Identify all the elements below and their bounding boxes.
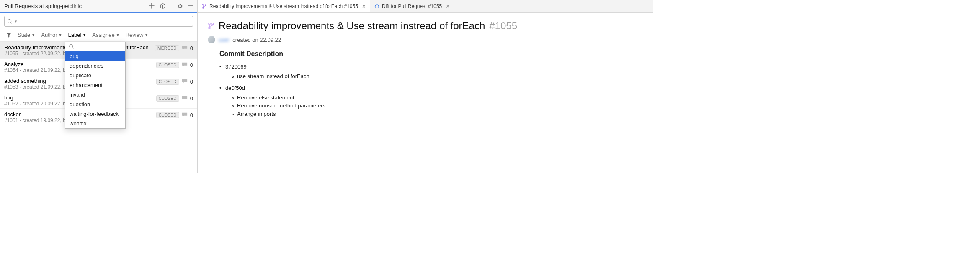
branch-icon [208,23,214,29]
search-input[interactable]: ▼ [4,16,193,27]
svg-point-3 [203,4,204,5]
comment-count: 0 [190,112,193,118]
tab-diff[interactable]: Diff for Pull Request #1055 × [370,0,454,12]
commit-sha: 3720069 [225,64,643,70]
author-row: user created on 22.09.22 [208,36,643,43]
comment-count: 0 [190,62,193,68]
commit-item: Arrange imports [237,110,643,118]
filter-author[interactable]: Author▼ [41,32,62,38]
search-row: ▼ [0,13,197,29]
search-icon [7,19,13,24]
label-option[interactable]: dependencies [65,61,125,71]
minimize-icon[interactable] [187,3,194,9]
pr-state-badge: CLOSED [156,62,179,68]
svg-point-1 [8,19,11,23]
comment-icon [182,95,188,101]
header-actions [148,2,194,10]
pr-state-badge: CLOSED [156,112,179,118]
filter-state[interactable]: State▼ [18,32,35,38]
created-on: created on 22.09.22 [232,37,281,43]
label-option[interactable]: bug [65,51,125,61]
commit-desc-header: Commit Description [219,50,643,58]
diff-icon [374,4,379,9]
separator [171,2,171,10]
svg-point-7 [209,27,210,29]
comment-count: 0 [190,95,193,102]
detail-body: Readability improvements & Use stream in… [198,13,653,125]
svg-point-8 [212,23,214,25]
label-option[interactable]: wontfix [65,119,125,128]
detail-pr-number: #1055 [489,20,517,32]
commit-item: Remove unused method parameters [237,102,643,110]
comment-icon [182,45,188,51]
label-option[interactable]: enhancement [65,80,125,90]
tab-pr-detail[interactable]: Readability improvements & Use stream in… [198,0,370,12]
filter-assignee[interactable]: Assignee▼ [92,32,119,38]
comment-count: 0 [190,45,193,51]
filter-bar: State▼ Author▼ Label▼ Assignee▼ Review▼ [0,29,197,42]
detail-title-row: Readability improvements & Use stream in… [208,20,643,32]
label-option[interactable]: invalid [65,90,125,99]
gear-icon[interactable] [176,3,183,9]
pr-list: Readability improvements & Use stream in… [0,42,197,173]
detail-panel: Readability improvements & Use stream in… [198,0,653,173]
comment-count: 0 [190,79,193,85]
filter-label[interactable]: Label▼ [68,32,87,38]
label-dropdown: bug dependencies duplicate enhancement i… [65,42,126,129]
pr-state-badge: CLOSED [156,95,179,102]
pull-requests-panel: Pull Requests at spring-petclinic ▼ [0,0,198,173]
filter-icon[interactable] [6,32,12,38]
comment-icon [182,112,188,118]
plus-icon[interactable] [148,3,155,9]
tab-label: Diff for Pull Request #1055 [382,3,442,9]
comment-icon [182,79,188,84]
svg-point-6 [209,23,210,25]
commit-sha: de0f50d [225,85,643,91]
avatar [208,36,215,43]
commit-item: use stream instead of forEach [237,72,643,81]
label-search-input[interactable] [65,42,125,51]
close-icon[interactable]: × [361,3,366,10]
tab-label: Readability improvements & Use stream in… [209,3,358,9]
detail-title: Readability improvements & Use stream in… [219,20,485,32]
close-icon[interactable]: × [444,3,449,10]
comment-icon [182,62,188,68]
svg-point-4 [203,7,204,8]
tabs-row: Readability improvements & Use stream in… [198,0,653,13]
branch-icon [202,4,207,9]
svg-point-2 [70,45,73,48]
panel-title: Pull Requests at spring-petclinic [4,3,148,9]
panel-header: Pull Requests at spring-petclinic [0,0,197,13]
dropdown-caret-icon: ▼ [14,20,18,23]
label-option[interactable]: question [65,99,125,109]
refresh-icon[interactable] [159,3,166,9]
commit-description: Commit Description 3720069 use stream in… [219,50,643,118]
label-option[interactable]: waiting-for-feedback [65,109,125,119]
pr-state-badge: CLOSED [156,79,179,85]
label-option[interactable]: duplicate [65,71,125,80]
svg-point-5 [205,4,206,5]
filter-review[interactable]: Review▼ [126,32,149,38]
commit-item: Remove else statement [237,94,643,102]
author-name: user [219,37,229,43]
pr-state-badge: MERGED [155,45,179,51]
